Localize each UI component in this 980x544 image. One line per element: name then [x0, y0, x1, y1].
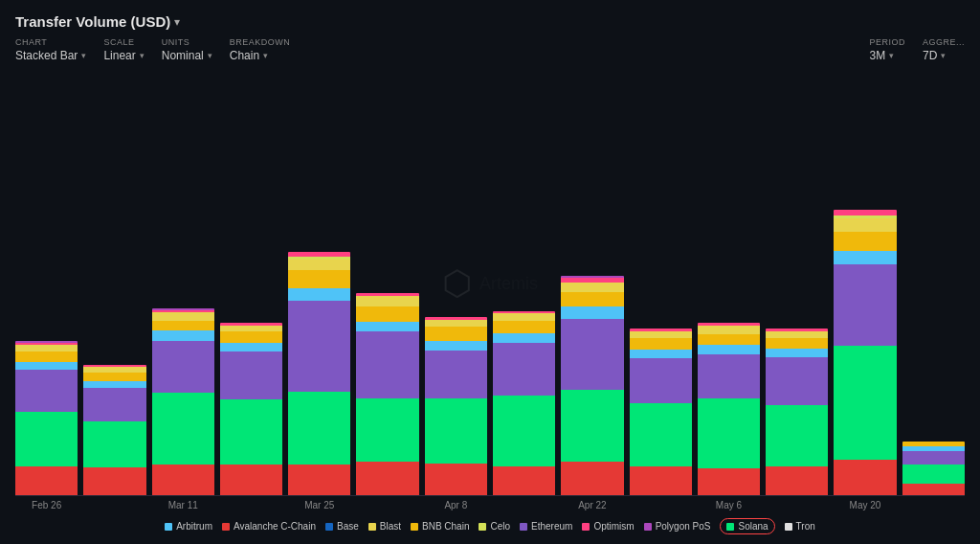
legend-label-base: Base [337, 521, 359, 532]
bar-segment-ethereum [356, 331, 418, 397]
x-label [902, 500, 965, 510]
bar-group[interactable] [220, 72, 282, 495]
legend-item-base[interactable]: Base [325, 521, 359, 532]
bar-segment-ethereum [766, 357, 828, 405]
bar-segment-arbitrum [152, 330, 214, 341]
bar-group[interactable] [902, 72, 965, 495]
bar-segment-ethereum [220, 351, 282, 399]
bar-segment-solana [766, 405, 828, 466]
legend: ArbitrumAvalanche C-ChainBaseBlastBNB Ch… [15, 518, 965, 534]
bar-segment-avalanche [561, 462, 623, 495]
bar-group[interactable] [15, 72, 78, 495]
bar-group[interactable] [561, 72, 623, 495]
bar-segment-avalanche [288, 465, 350, 495]
bar-group[interactable] [766, 72, 828, 495]
bar-group[interactable] [288, 72, 350, 495]
bar-segment-ethereum [834, 264, 896, 346]
bar-group[interactable] [834, 72, 896, 495]
bar-group[interactable] [425, 72, 487, 495]
bar-segment-bnb [630, 338, 692, 350]
scale-value: Linear [103, 49, 135, 62]
bar-segment-bnb [15, 351, 78, 362]
legend-label-optimism: Optimism [593, 521, 634, 532]
bar-segment-bnb [493, 321, 555, 333]
bar-segment-blast [766, 331, 828, 338]
period-select[interactable]: 3M ▾ [869, 49, 905, 62]
chart-label: CHART [15, 37, 86, 47]
legend-item-ethereum[interactable]: Ethereum [520, 521, 572, 532]
bar-segment-ethereum [152, 341, 214, 393]
bar-group[interactable] [152, 72, 214, 495]
period-chevron-icon: ▾ [889, 51, 894, 60]
bar-segment-solana [493, 396, 555, 465]
bar-segment-arbitrum [766, 349, 828, 357]
bar-segment-ethereum [83, 388, 145, 421]
bar-segment-avalanche [766, 466, 828, 495]
bar-group[interactable] [83, 72, 145, 495]
bar-segment-solana [356, 398, 418, 463]
bar-segment-blast [288, 260, 350, 270]
breakdown-label: BREAKDOWN [230, 37, 291, 47]
x-label: Apr 22 [561, 500, 623, 510]
bar-group[interactable] [698, 72, 760, 495]
scale-label: SCALE [103, 37, 144, 47]
title-row: Transfer Volume (USD) ▾ [15, 13, 965, 30]
scale-control-group: SCALE Linear ▾ [103, 37, 144, 62]
aggregate-control-group: AGGRE... 7D ▾ [923, 37, 965, 62]
bar-segment-bnb [356, 306, 418, 322]
bar-segment-ethereum [630, 358, 692, 403]
bar-segment-arbitrum [83, 381, 145, 388]
bar-group[interactable] [493, 72, 555, 495]
scale-select[interactable]: Linear ▾ [103, 49, 144, 62]
legend-label-ethereum: Ethereum [531, 521, 572, 532]
bar-segment-ethereum [493, 343, 555, 397]
legend-item-bnb[interactable]: BNB Chain [411, 521, 469, 532]
bar-segment-bnb [152, 321, 214, 331]
legend-item-avalanche[interactable]: Avalanche C-Chain [222, 521, 316, 532]
legend-label-avalanche: Avalanche C-Chain [234, 521, 316, 532]
legend-dot-ethereum [520, 523, 527, 531]
chart-control-group: CHART Stacked Bar ▾ [15, 37, 86, 62]
x-label: Mar 11 [152, 500, 214, 510]
bar-segment-arbitrum [493, 333, 555, 343]
chart-select[interactable]: Stacked Bar ▾ [15, 49, 86, 62]
legend-dot-arbitrum [165, 523, 172, 531]
aggregate-select[interactable]: 7D ▾ [923, 49, 965, 62]
bar-segment-solana [425, 398, 487, 464]
legend-item-blast[interactable]: Blast [368, 521, 401, 532]
bar-segment-blast [83, 367, 145, 374]
period-value: 3M [869, 49, 885, 62]
chart-area: ⬡ Artemis Feb 26Mar 11Mar 25Apr 8Apr 22M… [15, 72, 965, 510]
bar-segment-blast [152, 312, 214, 321]
title-chevron-icon[interactable]: ▾ [174, 15, 180, 29]
legend-item-solana[interactable]: Solana [720, 518, 774, 534]
bar-segment-blast [630, 331, 692, 338]
legend-item-tron[interactable]: Tron [785, 521, 815, 532]
bar-segment-arbitrum [834, 251, 896, 264]
period-control-group: PERIOD 3M ▾ [869, 37, 905, 62]
x-label [356, 500, 418, 510]
chart-value: Stacked Bar [15, 49, 78, 62]
legend-item-optimism[interactable]: Optimism [582, 521, 634, 532]
scale-chevron-icon: ▾ [140, 51, 145, 60]
bar-segment-ethereum [288, 301, 350, 392]
bar-group[interactable] [356, 72, 418, 495]
bar-segment-arbitrum [630, 350, 692, 358]
legend-item-polygon[interactable]: Polygon PoS [644, 521, 711, 532]
units-label: UNITS [162, 37, 212, 47]
bar-segment-solana [220, 399, 282, 465]
breakdown-chevron-icon: ▾ [263, 51, 268, 60]
units-select[interactable]: Nominal ▾ [162, 49, 212, 62]
legend-item-celo[interactable]: Celo [479, 521, 510, 532]
x-label [493, 500, 555, 510]
units-control-group: UNITS Nominal ▾ [162, 37, 212, 62]
bar-group[interactable] [630, 72, 692, 495]
aggregate-value: 7D [923, 49, 937, 62]
legend-dot-avalanche [222, 523, 230, 531]
units-chevron-icon: ▾ [208, 51, 212, 60]
controls-row: CHART Stacked Bar ▾ SCALE Linear ▾ UNITS… [15, 37, 965, 62]
legend-item-arbitrum[interactable]: Arbitrum [165, 521, 212, 532]
bar-segment-avalanche [356, 462, 418, 495]
bar-segment-ethereum [425, 351, 487, 398]
breakdown-select[interactable]: Chain ▾ [230, 49, 291, 62]
